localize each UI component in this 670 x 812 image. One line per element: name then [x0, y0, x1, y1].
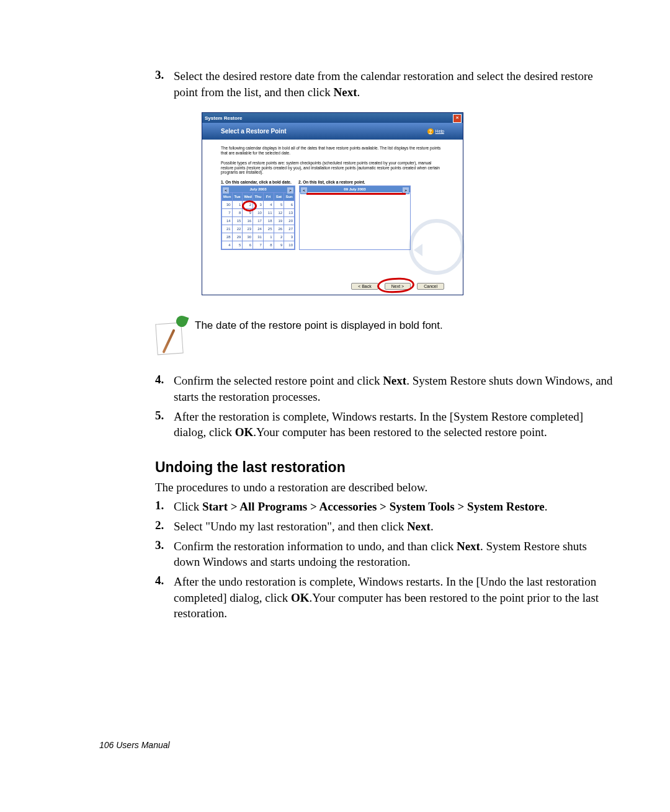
step-body: After the undo restoration is complete, … [174, 574, 614, 622]
text: . [545, 500, 548, 513]
calendar-cell[interactable]: 5 [232, 241, 243, 249]
calendar-day-header: Wed [243, 193, 253, 201]
calendar-cell[interactable]: 2 [274, 233, 284, 241]
calendar-cell[interactable]: 9 [274, 241, 284, 249]
calendar-next-icon[interactable]: > [287, 187, 294, 194]
calendar-day-header: Tue [232, 193, 243, 201]
calendar-cell[interactable]: 27 [284, 225, 295, 233]
button-row: < Back Next > Cancel [351, 283, 444, 290]
calendar-cell[interactable]: 11 [263, 209, 274, 217]
step-number: 1. [155, 499, 174, 515]
step-item: 5.After the restoration is complete, Win… [155, 409, 614, 440]
close-icon[interactable]: × [453, 114, 462, 123]
help-label: Help [436, 129, 444, 133]
system-restore-window: System Restore × Select a Restore Point … [202, 112, 463, 295]
restore-list-date: 09 July 2003 [344, 187, 365, 191]
calendar-cell[interactable]: 18 [263, 217, 274, 225]
calendar-cell[interactable]: 2 [243, 201, 253, 209]
section-heading: Undoing the last restoration [155, 459, 614, 476]
calendar[interactable]: < July 2003 > MonTueWedThuFriSatSun 3012… [221, 185, 295, 250]
panels: < July 2003 > MonTueWedThuFriSatSun 3012… [221, 185, 444, 250]
calendar-cell[interactable]: 14 [222, 217, 233, 225]
step-item: 2.Select "Undo my last restoration", and… [155, 519, 614, 535]
text: Confirm the restoration information to u… [174, 540, 457, 553]
page: 3.Select the desired restore date from t… [0, 0, 670, 812]
calendar-cell[interactable]: 29 [232, 233, 243, 241]
calendar-cell[interactable]: 6 [284, 201, 295, 209]
calendar-cell[interactable]: 19 [274, 217, 284, 225]
text: Select the desired restore date from the… [174, 69, 593, 99]
calendar-day-header: Fri [263, 193, 274, 201]
step-number: 5. [155, 409, 174, 440]
restore-list-header: < 09 July 2003 > [300, 186, 410, 192]
step-number: 4. [155, 373, 174, 404]
calendar-cell[interactable]: 25 [263, 225, 274, 233]
step-body: Confirm the restoration information to u… [174, 538, 614, 570]
bold-text: Start > All Programs > Accessories > Sys… [202, 500, 545, 513]
calendar-cell[interactable]: 15 [232, 217, 243, 225]
calendar-cell[interactable]: 17 [253, 217, 264, 225]
calendar-cell[interactable]: 12 [274, 209, 284, 217]
step-body: Confirm the selected restore point and c… [174, 373, 614, 404]
text: .Your computer has been restored to the … [253, 426, 547, 439]
window-header: Select a Restore Point ? Help [202, 123, 463, 140]
step-item: 4.Confirm the selected restore point and… [155, 373, 614, 404]
header-title: Select a Restore Point [221, 128, 287, 135]
restore-point-list[interactable]: < 09 July 2003 > [299, 185, 411, 250]
calendar-cell[interactable]: 24 [253, 225, 264, 233]
calendar-cell[interactable]: 26 [274, 225, 284, 233]
calendar-prev-icon[interactable]: < [222, 187, 230, 194]
calendar-cell[interactable]: 31 [253, 233, 264, 241]
label-calendar: 1. On this calendar, click a bold date. [221, 180, 298, 184]
next-button[interactable]: Next > [385, 283, 411, 290]
step-number: 3. [155, 68, 174, 100]
calendar-cell[interactable]: 10 [284, 241, 295, 249]
bold-text: Next [383, 374, 406, 387]
calendar-cell[interactable]: 5 [274, 201, 284, 209]
note-icon [155, 317, 186, 354]
calendar-cell[interactable]: 10 [253, 209, 264, 217]
cancel-button[interactable]: Cancel [417, 283, 444, 290]
calendar-cell[interactable]: 16 [243, 217, 253, 225]
steps-bottom: 1.Click Start > All Programs > Accessori… [155, 499, 614, 621]
step-number: 2. [155, 519, 174, 535]
calendar-day-header: Sat [274, 193, 284, 201]
step-body: After the restoration is complete, Windo… [174, 409, 614, 440]
calendar-cell[interactable]: 22 [232, 225, 243, 233]
panel-labels: 1. On this calendar, click a bold date. … [221, 180, 444, 184]
step-body: Click Start > All Programs > Accessories… [174, 499, 614, 515]
text: Click [174, 500, 202, 513]
bold-text: OK [291, 591, 310, 604]
calendar-cell[interactable]: 4 [222, 241, 233, 249]
calendar-cell[interactable]: 6 [243, 241, 253, 249]
calendar-cell[interactable]: 7 [253, 241, 264, 249]
calendar-cell[interactable]: 13 [284, 209, 295, 217]
calendar-cell[interactable]: 8 [232, 209, 243, 217]
calendar-cell[interactable]: 7 [222, 209, 233, 217]
calendar-cell[interactable]: 20 [284, 217, 295, 225]
page-footer: 106 Users Manual [99, 740, 170, 750]
calendar-cell[interactable]: 9 [243, 209, 253, 217]
calendar-cell[interactable]: 30 [222, 201, 233, 209]
calendar-cell[interactable]: 8 [263, 241, 274, 249]
calendar-cell[interactable]: 3 [253, 201, 264, 209]
window-title: System Restore [205, 115, 242, 121]
calendar-cell[interactable]: 1 [232, 201, 243, 209]
step-item: 1.Click Start > All Programs > Accessori… [155, 499, 614, 515]
help-link[interactable]: ? Help [427, 128, 444, 135]
calendar-cell[interactable]: 1 [263, 233, 274, 241]
window-body: The following calendar displays in bold … [202, 140, 463, 295]
calendar-cell[interactable]: 23 [243, 225, 253, 233]
calendar-cell[interactable]: 28 [222, 233, 233, 241]
calendar-cell[interactable]: 21 [222, 225, 233, 233]
step-number: 3. [155, 538, 174, 570]
step-item: 3.Confirm the restoration information to… [155, 538, 614, 570]
calendar-day-header: Thu [253, 193, 264, 201]
calendar-cell[interactable]: 4 [263, 201, 274, 209]
back-button[interactable]: < Back [351, 283, 378, 290]
step-body: Select "Undo my last restoration", and t… [174, 519, 614, 535]
calendar-cell[interactable]: 3 [284, 233, 295, 241]
calendar-cell[interactable]: 30 [243, 233, 253, 241]
steps-top: 3.Select the desired restore date from t… [155, 68, 614, 100]
window-titlebar: System Restore × [202, 113, 463, 123]
